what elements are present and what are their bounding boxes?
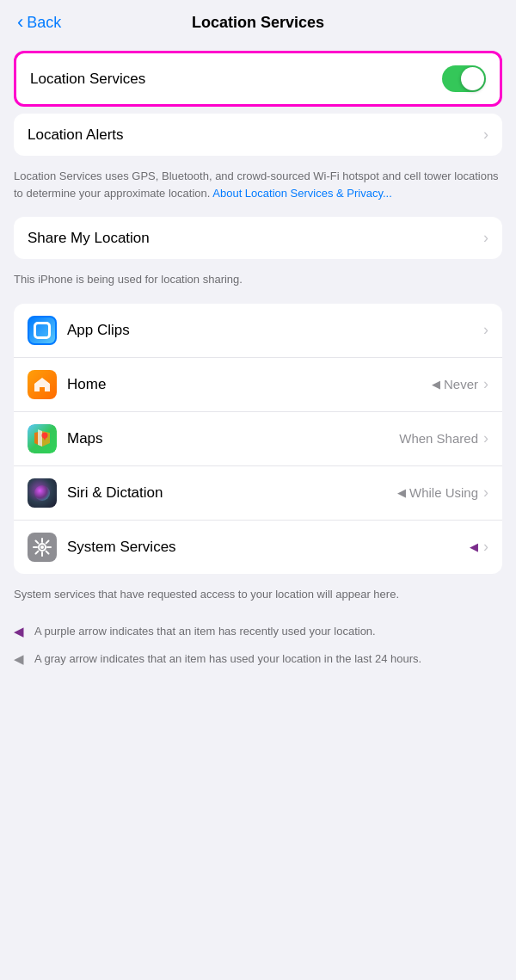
app-clips-right: › [482, 321, 488, 339]
location-services-toggle[interactable] [442, 65, 486, 92]
system-services-chevron-icon: › [483, 538, 488, 556]
system-services-right: ◀ › [470, 538, 488, 556]
location-alerts-label: Location Alerts [28, 126, 124, 144]
home-label: Home [67, 376, 106, 393]
home-house-icon [33, 375, 52, 394]
system-services-left: System Services [28, 533, 470, 562]
system-services-location-arrow-icon: ◀ [470, 540, 478, 553]
siri-location-arrow-icon: ◀ [397, 486, 406, 499]
svg-line-11 [36, 551, 39, 553]
share-my-location-row[interactable]: Share My Location › [14, 217, 502, 259]
maps-label: Maps [67, 430, 103, 447]
back-chevron-icon: ‹ [17, 13, 23, 32]
home-right: ◀ Never › [432, 375, 488, 393]
home-chevron-icon: › [483, 375, 488, 393]
app-clips-label: App Clips [67, 322, 130, 339]
siri-label: Siri & Dictation [67, 484, 163, 502]
app-clips-row[interactable]: App Clips › [14, 304, 502, 358]
nav-header: ‹ Back Location Services [0, 0, 516, 39]
about-location-link[interactable]: About Location Services & Privacy... [212, 187, 392, 200]
system-services-icon [28, 533, 57, 562]
siri-orb-icon [34, 485, 50, 501]
svg-marker-0 [34, 378, 50, 391]
legend-section: ◀ A purple arrow indicates that an item … [0, 611, 516, 679]
maps-left: Maps [28, 424, 399, 453]
maps-chevron-icon: › [483, 429, 488, 447]
maps-icon [28, 424, 57, 453]
legend-item-purple: ◀ A purple arrow indicates that an item … [14, 618, 502, 645]
siri-chevron-icon: › [483, 484, 488, 502]
share-my-location-left: Share My Location [28, 230, 482, 247]
location-alerts-row[interactable]: Location Alerts › [14, 114, 502, 156]
legend-gray-text: A gray arrow indicates that an item has … [34, 650, 421, 668]
gear-icon [33, 538, 52, 557]
home-location-arrow-icon: ◀ [432, 378, 440, 391]
location-alerts-section: Location Alerts › [14, 114, 502, 156]
share-location-section: Share My Location › [14, 217, 502, 259]
maps-value: When Shared [399, 431, 478, 446]
location-alerts-chevron-icon: › [483, 126, 488, 144]
home-row[interactable]: Home ◀ Never › [14, 358, 502, 412]
share-my-location-label: Share My Location [28, 230, 150, 247]
legend-item-gray: ◀ A gray arrow indicates that an item ha… [14, 645, 502, 673]
siri-row[interactable]: Siri & Dictation ◀ While Using › [14, 466, 502, 521]
share-my-location-right: › [482, 229, 488, 247]
app-clips-left: App Clips [28, 316, 482, 345]
description-2: This iPhone is being used for location s… [0, 266, 516, 297]
share-my-location-chevron-icon: › [483, 229, 488, 247]
maps-right: When Shared › [399, 429, 488, 447]
location-services-label: Location Services [30, 71, 145, 88]
system-services-row[interactable]: System Services ◀ › [14, 521, 502, 574]
description-1: Location Services uses GPS, Bluetooth, a… [0, 163, 516, 210]
svg-line-9 [36, 540, 39, 543]
maps-row[interactable]: Maps When Shared › [14, 412, 502, 466]
svg-point-4 [40, 545, 44, 549]
back-label: Back [27, 14, 61, 32]
location-alerts-left: Location Alerts [28, 126, 482, 144]
svg-line-10 [46, 551, 49, 553]
description-3: System services that have requested acce… [0, 581, 516, 612]
siri-left: Siri & Dictation [28, 478, 397, 508]
app-clips-icon [28, 316, 57, 345]
siri-right: ◀ While Using › [397, 484, 488, 502]
back-button[interactable]: ‹ Back [17, 14, 61, 32]
home-icon [28, 370, 57, 399]
location-alerts-right: › [482, 126, 488, 144]
svg-line-12 [46, 540, 49, 543]
location-services-toggle-card: Location Services [14, 51, 502, 107]
legend-purple-text: A purple arrow indicates that an item ha… [34, 623, 376, 640]
app-clips-inner-icon [34, 322, 51, 339]
home-left: Home [28, 370, 432, 399]
apps-section: App Clips › Home ◀ Never › [14, 304, 502, 574]
legend-gray-arrow-icon: ◀ [14, 651, 24, 667]
page-title: Location Services [192, 14, 324, 32]
system-services-label: System Services [67, 539, 176, 556]
legend-purple-arrow-icon: ◀ [14, 624, 24, 639]
home-value: Never [444, 377, 478, 391]
app-clips-chevron-icon: › [483, 321, 488, 339]
location-services-row[interactable]: Location Services [16, 53, 500, 104]
siri-value: While Using [409, 485, 478, 500]
toggle-knob [461, 67, 484, 90]
siri-icon [28, 478, 57, 508]
